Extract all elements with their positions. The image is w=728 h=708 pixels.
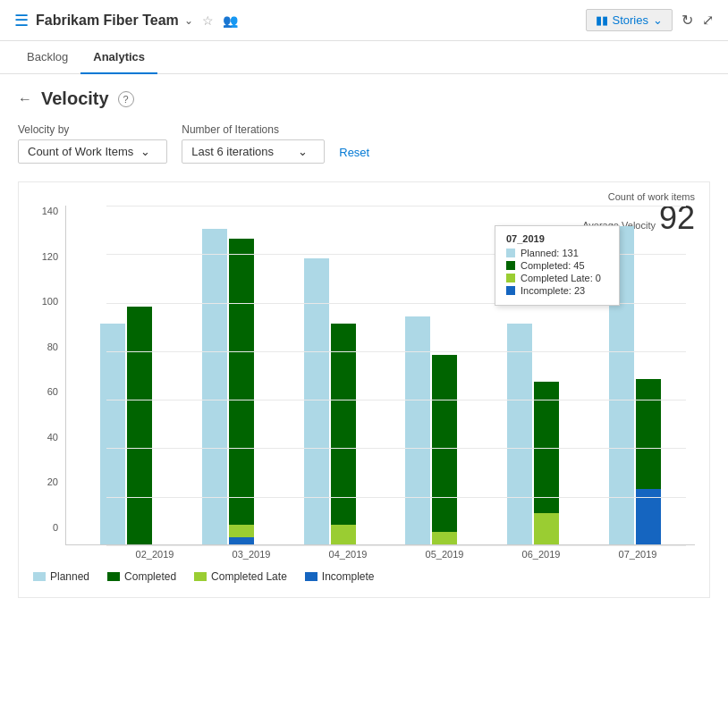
bar-completed-segment — [331, 324, 356, 525]
tooltip-completed-label: Completed: 45 — [521, 260, 585, 271]
legend-label: Planned — [50, 570, 89, 583]
expand-icon[interactable]: ⤢ — [702, 12, 714, 29]
chart-legend: PlannedCompletedCompleted LateIncomplete — [33, 570, 695, 583]
header-actions: ▮▮ Stories ⌄ ↻ ⤢ — [586, 9, 714, 31]
velocity-by-label: Velocity by — [18, 123, 167, 136]
back-button[interactable]: ← — [18, 91, 32, 107]
x-label: 05_2019 — [396, 545, 493, 560]
bar-planned — [304, 258, 329, 544]
legend-label: Incomplete — [322, 570, 375, 583]
bar-planned — [100, 324, 125, 544]
legend-item: Completed Late — [194, 570, 287, 583]
x-axis: 02_201903_201904_201905_201906_201907_20… — [97, 545, 695, 560]
legend-swatch — [107, 572, 120, 581]
page-title: Velocity — [41, 88, 109, 109]
tooltip-row-planned: Planned: 131 — [506, 248, 608, 258]
x-label: 07_2019 — [589, 545, 686, 560]
bar-planned — [202, 229, 227, 544]
tab-backlog[interactable]: Backlog — [14, 41, 80, 74]
bar-completed-late-segment — [229, 525, 254, 537]
velocity-by-chevron-icon: ⌄ — [140, 145, 150, 158]
bar-group[interactable] — [380, 316, 482, 544]
y-label: 20 — [33, 476, 58, 487]
x-label: 02_2019 — [106, 545, 203, 560]
y-label: 40 — [33, 432, 58, 442]
legend-item: Completed — [107, 570, 176, 583]
tooltip-incomplete-label: Incomplete: 23 — [521, 285, 585, 296]
tooltip-planned-label: Planned: 131 — [521, 248, 579, 258]
y-axis: 020406080100120140 — [33, 206, 58, 533]
bar-completed-stack — [331, 324, 356, 544]
favorite-icon[interactable]: ☆ — [202, 13, 214, 28]
team-name: Fabrikam Fiber Team — [36, 13, 179, 29]
tooltip-row-incomplete: Incomplete: 23 — [506, 285, 608, 296]
x-label: 04_2019 — [300, 545, 396, 560]
refresh-icon[interactable]: ↻ — [681, 12, 693, 29]
bar-planned — [507, 324, 532, 544]
bar-planned — [405, 316, 430, 544]
chart-tooltip: 07_2019 Planned: 131 Completed: 45 Compl… — [495, 225, 620, 306]
y-label: 120 — [33, 251, 58, 262]
bar-completed-stack — [127, 307, 152, 544]
main-content: ← Velocity ? Velocity by Count of Work I… — [0, 74, 728, 612]
legend-item: Planned — [33, 570, 89, 583]
bar-group[interactable] — [279, 258, 381, 544]
tooltip-title: 07_2019 — [506, 233, 608, 244]
bar-completed-stack — [229, 239, 254, 544]
bar-completed-segment — [636, 379, 661, 488]
help-icon[interactable]: ? — [118, 91, 134, 107]
bar-completed-late-segment — [534, 513, 559, 544]
tooltip-incomplete-swatch — [506, 286, 515, 295]
y-label: 0 — [33, 522, 58, 533]
x-label: 06_2019 — [493, 545, 589, 560]
nav-tabs: Backlog Analytics — [0, 41, 728, 74]
legend-swatch — [33, 572, 46, 581]
velocity-by-value: Count of Work Items — [28, 145, 133, 158]
bar-completed-late-segment — [331, 525, 356, 544]
stories-button[interactable]: ▮▮ Stories ⌄ — [586, 9, 673, 31]
velocity-by-filter: Velocity by Count of Work Items ⌄ — [18, 123, 167, 164]
stories-label: Stories — [613, 13, 648, 27]
bar-incomplete-segment — [229, 537, 254, 544]
velocity-by-select[interactable]: Count of Work Items ⌄ — [18, 139, 167, 164]
team-chevron-icon[interactable]: ⌄ — [184, 14, 193, 27]
iterations-label: Number of Iterations — [182, 123, 325, 136]
stories-chevron-icon: ⌄ — [653, 13, 663, 27]
chart-area: Count of work items Average Velocity 92 … — [18, 181, 710, 598]
bar-completed-stack — [534, 382, 559, 544]
reset-button[interactable]: Reset — [339, 141, 369, 164]
bar-completed-stack — [636, 379, 661, 544]
tooltip-completed-swatch — [506, 261, 515, 270]
bar-incomplete-segment — [636, 489, 661, 544]
tab-analytics[interactable]: Analytics — [80, 41, 157, 74]
bar-group[interactable] — [482, 324, 584, 544]
stories-icon: ▮▮ — [596, 13, 608, 27]
legend-item: Incomplete — [305, 570, 375, 583]
iterations-chevron-icon: ⌄ — [298, 145, 308, 158]
legend-label: Completed Late — [211, 570, 287, 583]
iterations-filter: Number of Iterations Last 6 iterations ⌄ — [182, 123, 325, 164]
bar-completed-late-segment — [432, 532, 457, 544]
page-header: ← Velocity ? — [18, 88, 710, 109]
bar-completed-segment — [229, 239, 254, 525]
tooltip-row-completed-late: Completed Late: 0 — [506, 273, 608, 283]
legend-swatch — [305, 572, 317, 581]
bar-group[interactable] — [75, 307, 177, 544]
legend-label: Completed — [124, 570, 176, 583]
x-label: 03_2019 — [203, 545, 300, 560]
bar-group[interactable] — [177, 229, 279, 544]
tooltip-completed-late-swatch — [506, 274, 515, 282]
tooltip-planned-swatch — [506, 249, 515, 257]
y-label: 140 — [33, 206, 58, 216]
y-label: 80 — [33, 341, 58, 352]
tooltip-completed-late-label: Completed Late: 0 — [521, 273, 601, 283]
tooltip-row-completed: Completed: 45 — [506, 260, 608, 271]
iterations-select[interactable]: Last 6 iterations ⌄ — [182, 139, 325, 164]
iterations-value: Last 6 iterations — [191, 145, 274, 158]
app-icon: ☰ — [14, 11, 29, 30]
bar-completed-segment — [127, 307, 152, 544]
bar-completed-segment — [432, 355, 457, 532]
filters-bar: Velocity by Count of Work Items ⌄ Number… — [18, 123, 710, 164]
y-label: 100 — [33, 296, 58, 307]
team-members-icon[interactable]: 👥 — [223, 13, 238, 28]
